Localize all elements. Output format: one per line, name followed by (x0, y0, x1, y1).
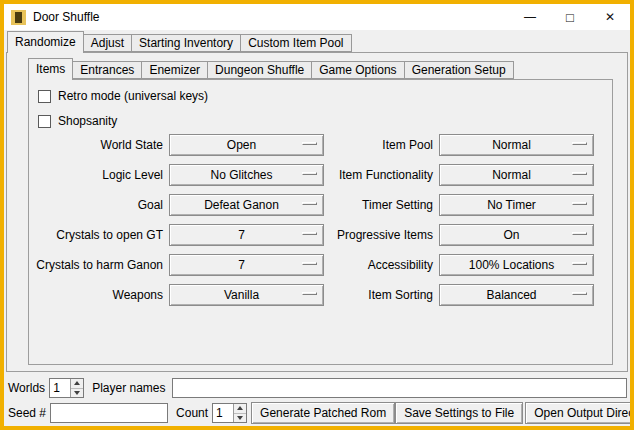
dropdown-label: Item Pool (287, 138, 439, 152)
worlds-spinbox[interactable] (49, 378, 84, 398)
tab-dungeon-shuffle[interactable]: Dungeon Shuffle (207, 61, 312, 79)
dropdown-label: Goal (29, 198, 169, 212)
window-title: Door Shuffle (33, 10, 510, 24)
dropdown-value: 7 (238, 258, 255, 272)
checkbox-label: Shopsanity (58, 114, 117, 128)
dropdown-indicator-icon (572, 202, 587, 205)
checkbox-label: Retro mode (universal keys) (58, 89, 208, 103)
tab-label: Enemizer (149, 63, 200, 77)
dropdown-indicator-icon (572, 292, 587, 295)
tab-generation-setup[interactable]: Generation Setup (404, 61, 514, 79)
right-settings-column: Item Pool Normal Item Functionality Norm… (287, 134, 594, 314)
spinner-down-button[interactable] (234, 413, 246, 423)
dropdown-label: Progressive Items (287, 228, 439, 242)
dropdown-indicator-icon (572, 262, 587, 265)
dropdown-label: Item Functionality (287, 168, 439, 182)
dropdown-label: Item Sorting (287, 288, 439, 302)
generate-patched-rom-button[interactable]: Generate Patched Rom (251, 402, 395, 424)
dropdown-indicator-icon (572, 142, 587, 145)
count-label: Count (176, 406, 208, 420)
items-pane: Retro mode (universal keys) Shopsanity W… (28, 79, 613, 365)
seed-label: Seed # (8, 406, 46, 420)
save-settings-button[interactable]: Save Settings to File (395, 402, 523, 424)
dropdown-label: Crystals to harm Ganon (29, 258, 169, 272)
accessibility-row: Accessibility 100% Locations (287, 254, 594, 276)
spinner-up-button[interactable] (71, 379, 83, 388)
tab-label: Game Options (319, 63, 396, 77)
progressive-items-dropdown[interactable]: On (439, 224, 594, 246)
tab-enemizer[interactable]: Enemizer (141, 61, 208, 79)
app-icon (11, 10, 26, 25)
logic-level-row: Logic Level No Glitches (29, 164, 324, 186)
item-pool-dropdown[interactable]: Normal (439, 134, 594, 156)
dropdown-value: No Timer (487, 198, 546, 212)
world-state-row: World State Open (29, 134, 324, 156)
tab-label: Dungeon Shuffle (215, 63, 304, 77)
dropdown-value: Open (227, 138, 266, 152)
minimize-button[interactable]: — (510, 4, 550, 30)
close-icon: ✕ (605, 10, 615, 24)
main-tab-bar: Randomize Adjust Starting Inventory Cust… (7, 31, 352, 52)
progressive-items-row: Progressive Items On (287, 224, 594, 246)
tab-label: Custom Item Pool (248, 36, 343, 50)
arrow-down-icon (237, 416, 243, 420)
worlds-input[interactable] (50, 379, 70, 397)
item-functionality-dropdown[interactable]: Normal (439, 164, 594, 186)
tab-items[interactable]: Items (28, 58, 73, 80)
item-sorting-dropdown[interactable]: Balanced (439, 284, 594, 306)
dropdown-value: No Glitches (210, 168, 282, 182)
tab-label: Generation Setup (412, 63, 506, 77)
minimize-icon: — (524, 10, 536, 24)
worlds-row: Worlds Player names (8, 378, 627, 398)
item-pool-row: Item Pool Normal (287, 134, 594, 156)
count-spin-buttons (233, 404, 246, 422)
tab-game-options[interactable]: Game Options (311, 61, 404, 79)
tab-custom-item-pool[interactable]: Custom Item Pool (240, 34, 351, 52)
tab-entrances[interactable]: Entrances (72, 61, 142, 79)
spinner-up-button[interactable] (234, 404, 246, 413)
seed-input[interactable] (50, 403, 168, 423)
dropdown-label: Timer Setting (287, 198, 439, 212)
retro-mode-checkbox[interactable]: Retro mode (universal keys) (38, 89, 208, 103)
worlds-spin-buttons (70, 379, 83, 397)
maximize-icon: □ (566, 10, 574, 25)
dropdown-value: Balanced (486, 288, 546, 302)
timer-setting-row: Timer Setting No Timer (287, 194, 594, 216)
tab-label: Adjust (91, 36, 124, 50)
checkbox-box[interactable] (38, 90, 51, 103)
dropdown-value: 100% Locations (469, 258, 564, 272)
randomize-pane: Items Entrances Enemizer Dungeon Shuffle… (6, 52, 628, 372)
dropdown-label: World State (29, 138, 169, 152)
dropdown-indicator-icon (572, 172, 587, 175)
tab-label: Randomize (15, 35, 76, 49)
timer-setting-dropdown[interactable]: No Timer (439, 194, 594, 216)
open-output-directory-button[interactable]: Open Output Directory (525, 402, 634, 424)
tab-label: Items (36, 62, 65, 76)
close-button[interactable]: ✕ (590, 4, 630, 30)
dropdown-value: Normal (492, 168, 541, 182)
crystals-gt-row: Crystals to open GT 7 (29, 224, 324, 246)
dropdown-value: Normal (492, 138, 541, 152)
door-shuffle-window: Door Shuffle — □ ✕ Randomize Adjust Star… (0, 0, 634, 430)
shopsanity-checkbox[interactable]: Shopsanity (38, 114, 117, 128)
bottom-bar: Worlds Player names Seed # Count (4, 372, 630, 426)
tab-starting-inventory[interactable]: Starting Inventory (131, 34, 241, 52)
checkbox-box[interactable] (38, 115, 51, 128)
dropdown-indicator-icon (572, 232, 587, 235)
dropdown-value: Defeat Ganon (204, 198, 289, 212)
maximize-button[interactable]: □ (550, 4, 590, 30)
dropdown-value: Vanilla (224, 288, 269, 302)
settings-tab-bar: Items Entrances Enemizer Dungeon Shuffle… (28, 58, 514, 79)
seed-row: Seed # Count Generate Patched Rom Save S… (8, 402, 627, 424)
player-names-input[interactable] (172, 378, 628, 398)
spinner-down-button[interactable] (71, 388, 83, 398)
weapons-row: Weapons Vanilla (29, 284, 324, 306)
dropdown-value: On (503, 228, 529, 242)
accessibility-dropdown[interactable]: 100% Locations (439, 254, 594, 276)
tab-label: Entrances (80, 63, 134, 77)
count-spinbox[interactable] (212, 403, 247, 423)
tab-randomize[interactable]: Randomize (7, 31, 84, 53)
count-input[interactable] (213, 404, 233, 422)
tab-adjust[interactable]: Adjust (83, 34, 132, 52)
player-names-label: Player names (92, 381, 165, 395)
